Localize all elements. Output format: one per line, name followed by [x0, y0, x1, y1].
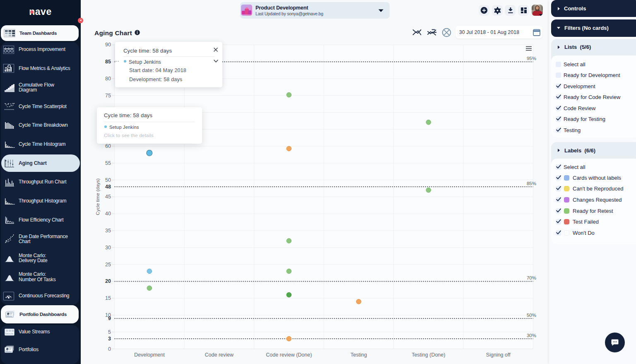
svg-text:9: 9	[108, 316, 111, 321]
svg-text:3: 3	[108, 336, 111, 342]
svg-text:80: 80	[105, 76, 111, 82]
svg-text:Testing (Done): Testing (Done)	[412, 352, 445, 358]
svg-text:30: 30	[105, 245, 111, 251]
svg-text:75: 75	[105, 93, 111, 99]
svg-text:Code review: Code review	[205, 352, 234, 358]
svg-text:85%: 85%	[527, 181, 536, 186]
svg-text:48: 48	[105, 184, 111, 190]
svg-text:Signing off: Signing off	[486, 352, 511, 358]
svg-text:Code review (Done): Code review (Done)	[266, 352, 312, 358]
svg-text:35: 35	[105, 228, 111, 234]
svg-text:60: 60	[105, 143, 111, 149]
svg-text:70%: 70%	[527, 275, 536, 280]
svg-text:85: 85	[105, 59, 111, 65]
svg-text:25: 25	[105, 262, 111, 268]
svg-text:95%: 95%	[527, 56, 536, 61]
svg-text:0: 0	[108, 346, 111, 352]
svg-text:55: 55	[105, 160, 111, 166]
svg-text:20: 20	[105, 278, 111, 284]
svg-text:50%: 50%	[527, 313, 536, 318]
svg-text:15: 15	[105, 295, 111, 301]
svg-text:45: 45	[105, 194, 111, 200]
svg-text:50: 50	[105, 177, 111, 183]
svg-text:Testing: Testing	[350, 352, 367, 358]
svg-text:40: 40	[105, 211, 111, 217]
svg-text:90: 90	[105, 42, 111, 48]
svg-text:Cycle time (days): Cycle time (days)	[95, 178, 100, 215]
svg-text:5: 5	[108, 329, 111, 335]
svg-text:30%: 30%	[527, 333, 536, 338]
svg-text:Development: Development	[134, 352, 165, 358]
